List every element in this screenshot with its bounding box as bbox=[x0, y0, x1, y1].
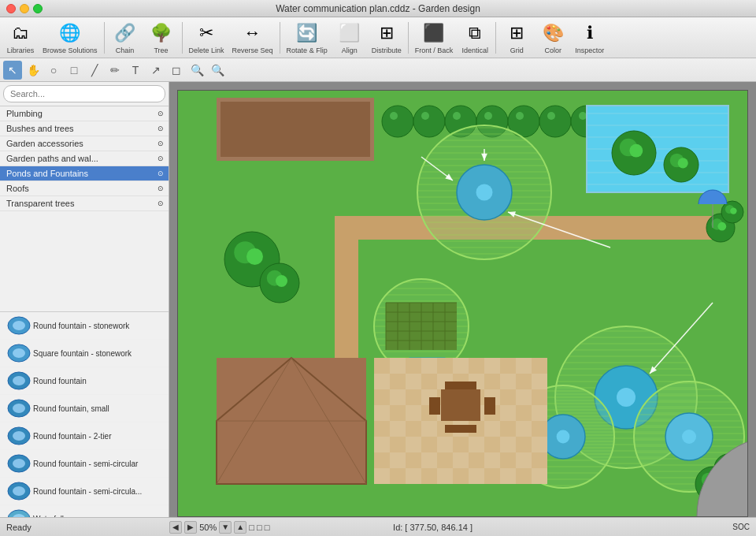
main-layout: Plumbing⊙Bushes and trees⊙Garden accesso… bbox=[0, 82, 756, 517]
toolbar-delete-link[interactable]: ✂Delete Link bbox=[186, 19, 228, 56]
align-icon: ⬜ bbox=[337, 20, 362, 46]
tool-zoom-out[interactable]: 🔍 bbox=[208, 61, 227, 80]
toolbar-separator bbox=[182, 22, 183, 54]
shape-semi-circular2[interactable]: Round fountain - semi-circula... bbox=[0, 478, 169, 505]
tool-eraser[interactable]: ◻ bbox=[167, 61, 186, 80]
reverse-seq-icon: ↔ bbox=[240, 20, 265, 46]
shape-thumb-round-stonework bbox=[5, 315, 33, 337]
category-accessories[interactable]: Garden accessories⊙ bbox=[0, 136, 169, 151]
shape-square-stonework[interactable]: Square fountain - stonework bbox=[0, 340, 169, 367]
zoom-next-button[interactable]: ▶ bbox=[184, 521, 197, 534]
zoom-value: 50% bbox=[199, 523, 217, 532]
tool-pen[interactable]: ✏ bbox=[106, 61, 124, 80]
rotate-flip-icon: 🔄 bbox=[295, 20, 320, 46]
shape-label-waterfall: Waterfall bbox=[33, 515, 64, 518]
svg-point-1 bbox=[13, 321, 25, 330]
category-ponds[interactable]: Ponds and Fountains⊙ bbox=[0, 166, 169, 181]
status-ready: Ready bbox=[6, 523, 160, 532]
garden-canvas[interactable] bbox=[177, 90, 748, 517]
zoom-up-button[interactable]: ▲ bbox=[234, 521, 246, 534]
shape-round-stonework[interactable]: Round fountain - stonework bbox=[0, 312, 169, 340]
toolbar-reverse-seq[interactable]: ↔Reverse Seq bbox=[229, 19, 276, 56]
shape-round-small[interactable]: Round fountain, small bbox=[0, 395, 169, 422]
shape-label-round-2tier: Round fountain - 2-tier bbox=[33, 432, 112, 441]
toolbar-browse[interactable]: 🌐Browse Solutions bbox=[39, 19, 101, 56]
main-toolbar: 🗂Libraries🌐Browse Solutions🔗Chain🌳Tree✂D… bbox=[0, 17, 756, 58]
shape-thumb-round-2tier bbox=[5, 425, 33, 447]
toolbar-rotate-flip[interactable]: 🔄Rotate & Flip bbox=[284, 19, 331, 56]
browse-icon: 🌐 bbox=[57, 20, 83, 46]
toolbar-chain[interactable]: 🔗Chain bbox=[108, 19, 143, 56]
toolbar-inspector[interactable]: ℹInspector bbox=[572, 19, 607, 56]
toolbar-color[interactable]: 🎨Color bbox=[536, 19, 570, 56]
inspector-icon: ℹ bbox=[577, 20, 602, 46]
svg-point-3 bbox=[13, 348, 25, 358]
zoom-controls: ◀ ▶ 50% ▼ ▲ □ □ □ bbox=[169, 521, 269, 534]
svg-point-5 bbox=[13, 376, 25, 385]
shape-round-2tier[interactable]: Round fountain - 2-tier bbox=[0, 422, 169, 450]
shape-waterfall[interactable]: Waterfall bbox=[0, 505, 169, 517]
color-icon: 🎨 bbox=[540, 20, 565, 46]
category-plumbing[interactable]: Plumbing⊙ bbox=[0, 106, 169, 121]
distribute-icon: ⊞ bbox=[374, 20, 399, 46]
toolbar-separator bbox=[495, 22, 496, 54]
shape-label-round-stonework: Round fountain - stonework bbox=[33, 322, 129, 330]
maximize-button[interactable] bbox=[33, 4, 43, 13]
titlebar: Water communication plan.cddz - Garden d… bbox=[0, 0, 756, 17]
tools-bar: ↖✋○□╱✏T↗◻🔍🔍 bbox=[0, 58, 756, 82]
canvas-area[interactable] bbox=[169, 82, 756, 517]
shape-semi-circular[interactable]: Round fountain - semi-circular bbox=[0, 450, 169, 478]
shape-thumb-waterfall bbox=[5, 508, 33, 517]
category-transparent-trees[interactable]: Transparent trees⊙ bbox=[0, 196, 169, 211]
tool-oval[interactable]: ○ bbox=[44, 61, 63, 80]
shape-label-round-fountain: Round fountain bbox=[33, 377, 87, 385]
minimize-button[interactable] bbox=[20, 4, 29, 13]
shape-label-semi-circular: Round fountain - semi-circular bbox=[33, 460, 138, 468]
category-bushes[interactable]: Bushes and trees⊙ bbox=[0, 121, 169, 136]
tool-connect[interactable]: ↗ bbox=[146, 61, 165, 80]
category-roofs[interactable]: Roofs⊙ bbox=[0, 181, 169, 196]
toolbar-distribute[interactable]: ⊞Distribute bbox=[369, 19, 405, 56]
tree-icon: 🌳 bbox=[149, 20, 174, 46]
coordinates-display: Id: [ 377.50, 846.14 ] bbox=[279, 523, 586, 532]
svg-point-9 bbox=[13, 431, 25, 441]
chain-icon: 🔗 bbox=[113, 20, 138, 46]
toolbar-libraries[interactable]: 🗂Libraries bbox=[3, 19, 38, 56]
libraries-icon: 🗂 bbox=[8, 20, 33, 46]
toolbar-grid[interactable]: ⊞Grid bbox=[499, 19, 534, 56]
svg-point-7 bbox=[13, 404, 25, 413]
identical-icon: ⧉ bbox=[462, 20, 487, 46]
page-indicator: □ □ □ bbox=[249, 523, 269, 532]
grid-icon: ⊞ bbox=[504, 20, 529, 46]
zoom-down-button[interactable]: ▼ bbox=[219, 521, 232, 534]
category-paths[interactable]: Garden paths and wal...⊙ bbox=[0, 151, 169, 166]
statusbar: Ready ◀ ▶ 50% ▼ ▲ □ □ □ Id: [ 377.50, 84… bbox=[0, 517, 756, 536]
window-title: Water communication plan.cddz - Garden d… bbox=[276, 3, 480, 14]
svg-point-11 bbox=[13, 459, 25, 468]
shape-thumb-round-small bbox=[5, 397, 33, 419]
shape-label-round-small: Round fountain, small bbox=[33, 404, 109, 413]
toolbar-separator bbox=[280, 22, 280, 54]
shape-thumb-round-fountain bbox=[5, 370, 33, 392]
shape-round-fountain[interactable]: Round fountain bbox=[0, 367, 169, 395]
toolbar-separator bbox=[408, 22, 409, 54]
tool-move[interactable]: ✋ bbox=[24, 61, 43, 80]
zoom-prev-button[interactable]: ◀ bbox=[169, 521, 182, 534]
tool-rect[interactable]: □ bbox=[65, 61, 83, 80]
front-back-icon: ⬛ bbox=[421, 20, 447, 46]
sidebar-search-area bbox=[0, 82, 169, 106]
search-input[interactable] bbox=[3, 85, 165, 102]
tool-line[interactable]: ╱ bbox=[85, 61, 104, 80]
toolbar-front-back[interactable]: ⬛Front / Back bbox=[412, 19, 457, 56]
close-button[interactable] bbox=[6, 4, 16, 13]
tool-text[interactable]: T bbox=[126, 61, 145, 80]
toolbar-tree[interactable]: 🌳Tree bbox=[144, 19, 179, 56]
toolbar-identical[interactable]: ⧉Identical bbox=[458, 19, 492, 56]
tool-zoom-in[interactable]: 🔍 bbox=[187, 61, 206, 80]
tool-select[interactable]: ↖ bbox=[3, 61, 22, 80]
toolbar-align[interactable]: ⬜Align bbox=[332, 19, 367, 56]
traffic-lights bbox=[6, 4, 43, 13]
shape-label-semi-circular2: Round fountain - semi-circula... bbox=[33, 487, 142, 496]
status-version: SOC bbox=[596, 523, 750, 531]
delete-link-icon: ✂ bbox=[194, 20, 219, 46]
